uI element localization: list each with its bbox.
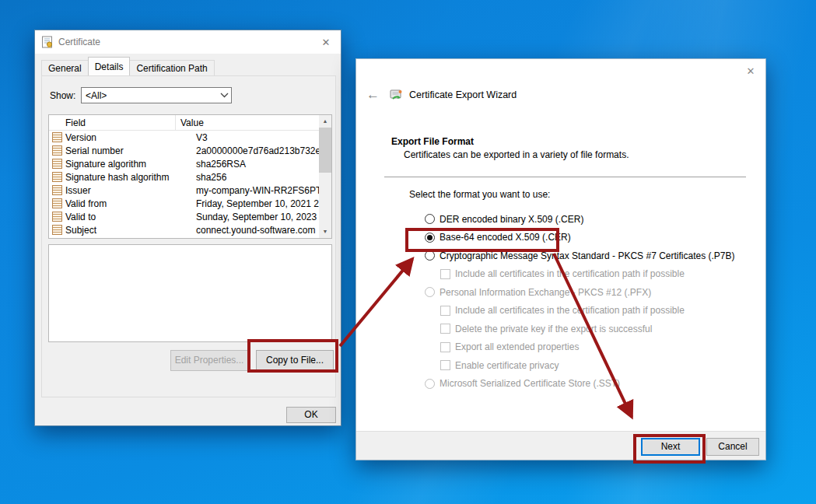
field-list-scrollbar[interactable]: ▲ ▼: [319, 115, 331, 238]
format-checkbox-include-all-certificates-in-the-certific: Include all certificates in the certific…: [356, 303, 765, 318]
certificate-titlebar[interactable]: Certificate ✕: [35, 30, 341, 54]
field-entry-icon: [52, 185, 62, 195]
checkbox-icon: [440, 269, 450, 279]
format-checkbox-delete-the-private-key-if-the-export-is-: Delete the private key if the export is …: [356, 321, 765, 336]
cancel-button[interactable]: Cancel: [706, 438, 759, 456]
field-list-header: Field Value: [49, 115, 331, 131]
certificate-field-list[interactable]: Field Value VersionV3Serial number2a0000…: [48, 114, 332, 239]
field-entry-icon: [52, 172, 62, 182]
tab-general[interactable]: General: [41, 60, 89, 75]
field-column-header[interactable]: Field: [49, 115, 176, 130]
format-radio-der-encoded-binary-x-509-cer[interactable]: DER encoded binary X.509 (.CER): [356, 212, 765, 226]
certificate-dialog: Certificate ✕ GeneralDetailsCertificatio…: [34, 30, 341, 426]
desktop: Certificate ✕ GeneralDetailsCertificatio…: [0, 0, 816, 504]
field-entry-icon: [52, 132, 62, 142]
format-radio-personal-information-exchange-pkcs-12-pf: Personal Information Exchange - PKCS #12…: [356, 285, 765, 299]
field-row[interactable]: Serial number2a0000000e7d76ad213b732e…: [49, 144, 331, 157]
field-value: 2a0000000e7d76ad213b732e…: [191, 145, 331, 156]
scroll-down-icon[interactable]: ▼: [319, 226, 331, 238]
next-button[interactable]: Next: [641, 438, 700, 456]
show-filter-dropdown[interactable]: <All>: [81, 87, 232, 103]
field-name: Issuer: [65, 185, 191, 196]
field-name: Signature algorithm: [65, 159, 191, 170]
tab-certification-path[interactable]: Certification Path: [129, 60, 214, 75]
format-radio-microsoft-serialized-certificate-store-s: Microsoft Serialized Certificate Store (…: [356, 376, 765, 391]
radio-icon: [425, 287, 435, 297]
field-name: Valid from: [65, 198, 191, 209]
field-name: Version: [65, 132, 191, 143]
field-name: Signature hash algorithm: [65, 172, 191, 183]
scrollbar-thumb[interactable]: [319, 128, 331, 173]
option-label: Export all extended properties: [455, 341, 579, 352]
format-checkbox-include-all-certificates-in-the-certific: Include all certificates in the certific…: [356, 267, 765, 282]
copy-to-file-button[interactable]: Copy to File...: [256, 350, 334, 371]
option-label: Cryptographic Message Syntax Standard - …: [440, 250, 735, 261]
field-row[interactable]: Valid fromFriday, September 10, 2021 2…: [49, 197, 331, 210]
field-row[interactable]: Subjectconnect.yound-software.com: [49, 223, 331, 236]
wizard-subheading: Certificates can be exported in a variet…: [404, 149, 629, 160]
format-prompt: Select the format you want to use:: [409, 189, 550, 200]
certificate-close-icon[interactable]: ✕: [317, 37, 334, 48]
radio-icon: [425, 379, 435, 389]
option-label: Base-64 encoded X.509 (.CER): [440, 232, 571, 243]
field-entry-icon: [52, 159, 62, 169]
checkbox-icon: [440, 324, 450, 334]
field-value: my-company-WIN-RR2FS6PT…: [191, 185, 331, 196]
field-value: Friday, September 10, 2021 2…: [191, 198, 331, 209]
show-label: Show:: [50, 90, 81, 101]
wizard-title: Certificate Export Wizard: [409, 89, 517, 100]
wizard-footer: Next Cancel: [356, 431, 765, 460]
field-value: sha256RSA: [191, 159, 331, 170]
wizard-heading: Export File Format: [391, 136, 474, 147]
edit-properties-button: Edit Properties...: [170, 350, 248, 371]
format-checkbox-enable-certificate-privacy: Enable certificate privacy: [356, 358, 765, 373]
wizard-icon: [389, 89, 403, 101]
scroll-up-icon[interactable]: ▲: [319, 115, 331, 128]
option-label: Personal Information Exchange - PKCS #12…: [440, 287, 651, 298]
field-value: connect.yound-software.com: [191, 225, 331, 236]
format-radio-base-64-encoded-x-509-cer[interactable]: Base-64 encoded X.509 (.CER): [356, 230, 765, 245]
ok-button[interactable]: OK: [286, 407, 336, 423]
field-value-preview[interactable]: [48, 244, 332, 342]
option-label: Delete the private key if the export is …: [455, 324, 652, 334]
checkbox-icon: [440, 360, 450, 370]
checkbox-icon: [440, 306, 450, 316]
field-row[interactable]: Signature hash algorithmsha256: [49, 170, 331, 184]
field-value: V3: [191, 132, 331, 143]
certificate-dialog-title: Certificate: [58, 37, 317, 47]
radio-icon[interactable]: [425, 214, 435, 224]
radio-icon[interactable]: [425, 250, 435, 261]
field-entry-icon: [52, 225, 62, 235]
field-entry-icon: [52, 198, 62, 208]
field-row[interactable]: Issuermy-company-WIN-RR2FS6PT…: [49, 184, 331, 197]
field-row[interactable]: Signature algorithmsha256RSA: [49, 157, 331, 170]
details-tab-panel: Show: <All> Field Value VersionV3Serial …: [41, 75, 336, 397]
tab-details[interactable]: Details: [88, 57, 131, 75]
wizard-close-icon[interactable]: ✕: [742, 65, 759, 77]
option-label: Include all certificates in the certific…: [455, 305, 685, 316]
option-label: Enable certificate privacy: [455, 360, 559, 371]
divider: [384, 177, 746, 177]
option-label: Microsoft Serialized Certificate Store (…: [440, 378, 620, 389]
format-radio-cryptographic-message-syntax-standard-pk[interactable]: Cryptographic Message Syntax Standard - …: [356, 248, 765, 263]
show-filter-value: <All>: [86, 90, 217, 101]
field-value: sha256: [191, 172, 331, 183]
field-name: Subject: [65, 225, 191, 236]
option-label: DER encoded binary X.509 (.CER): [440, 214, 583, 225]
field-entry-icon: [52, 145, 62, 156]
cert-field-list-body: VersionV3Serial number2a0000000e7d76ad21…: [49, 131, 331, 236]
field-row[interactable]: VersionV3: [49, 131, 331, 144]
field-row[interactable]: Valid toSunday, September 10, 2023 …: [49, 210, 331, 223]
back-arrow-icon[interactable]: ←: [366, 87, 380, 103]
certificate-icon: [41, 36, 54, 48]
format-options: DER encoded binary X.509 (.CER)Base-64 e…: [356, 212, 765, 394]
radio-icon[interactable]: [425, 233, 435, 243]
format-checkbox-export-all-extended-properties: Export all extended properties: [356, 340, 765, 355]
value-column-header[interactable]: Value: [176, 115, 331, 130]
checkbox-icon: [440, 342, 450, 352]
option-label: Include all certificates in the certific…: [455, 268, 685, 279]
field-name: Valid to: [65, 212, 191, 222]
field-name: Serial number: [65, 145, 191, 156]
certificate-tabs: GeneralDetailsCertification Path: [41, 58, 215, 75]
field-value: Sunday, September 10, 2023 …: [191, 212, 331, 222]
